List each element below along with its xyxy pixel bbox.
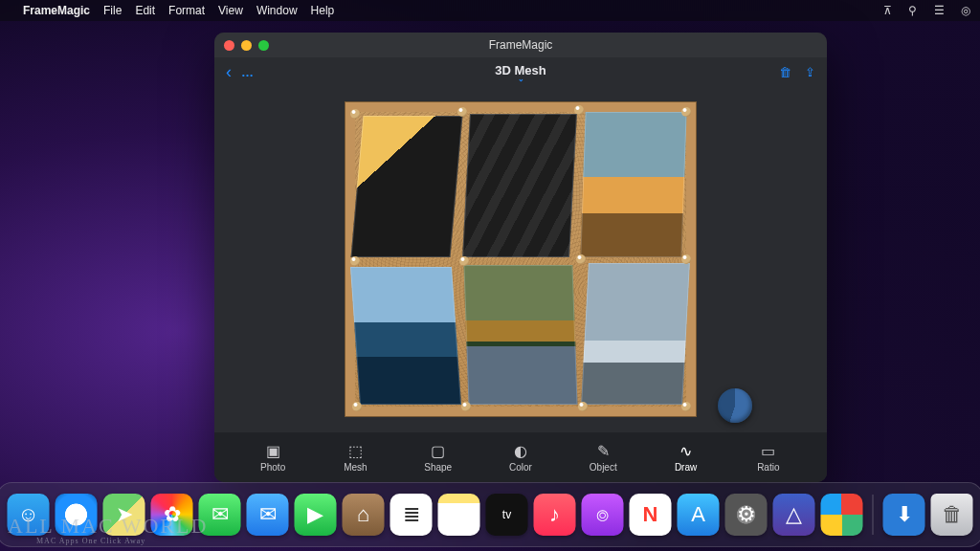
draw-icon: ∿ <box>676 442 697 459</box>
dock: ☺✵➤✿✉✉▶⌂≣✎tv♪⌾NA⚙△⬇🗑 <box>0 482 980 547</box>
menu-view[interactable]: View <box>218 4 243 17</box>
mesh-pin[interactable] <box>578 402 588 411</box>
canvas[interactable] <box>214 86 827 432</box>
traffic-lights <box>224 40 269 51</box>
more-button[interactable]: … <box>241 65 255 79</box>
tool-label: Draw <box>675 462 697 473</box>
back-button[interactable]: ‹ <box>226 62 232 82</box>
window-title: FrameMagic <box>489 38 553 52</box>
titlebar[interactable]: FrameMagic <box>214 33 827 57</box>
dock-news[interactable]: N <box>630 494 672 536</box>
mesh-cell-6[interactable] <box>581 263 690 405</box>
dock-freeform[interactable]: △ <box>773 494 815 536</box>
dock-podcasts[interactable]: ⌾ <box>582 494 624 536</box>
dock-finder[interactable]: ☺ <box>8 494 50 536</box>
close-button[interactable] <box>224 40 234 51</box>
mesh-pin[interactable] <box>574 105 584 115</box>
menu-file[interactable]: File <box>103 4 122 17</box>
tool-label: Ratio <box>757 462 779 473</box>
color-icon: ◐ <box>510 442 531 459</box>
mesh-pin[interactable] <box>350 109 360 119</box>
dock-notes[interactable]: ✎ <box>438 494 480 536</box>
siri-icon[interactable]: ◎ <box>961 4 970 17</box>
app-menu[interactable]: FrameMagic <box>23 4 90 17</box>
mesh-cell-1[interactable] <box>351 116 463 257</box>
bottom-toolbar: ▣Photo ⬚Mesh ▢Shape ◐Color ✎Object ∿Draw… <box>214 432 827 482</box>
tool-color[interactable]: ◐Color <box>495 442 546 473</box>
dock-framemagic[interactable] <box>821 494 863 536</box>
tool-label: Mesh <box>344 462 367 473</box>
dock-mail[interactable]: ✉ <box>247 494 289 536</box>
desktop: FrameMagic File Edit Format View Window … <box>0 0 980 551</box>
dock-reminders[interactable]: ≣ <box>390 494 433 536</box>
menubar: FrameMagic File Edit Format View Window … <box>0 0 980 21</box>
tool-ratio[interactable]: ▭Ratio <box>743 442 794 473</box>
share-button[interactable]: ⇪ <box>805 65 815 79</box>
toolbar: ‹ … 3D Mesh ⌄ 🗑 ⇪ <box>214 57 827 86</box>
dock-music[interactable]: ♪ <box>534 494 576 536</box>
corkboard[interactable] <box>345 101 697 417</box>
tool-photo[interactable]: ▣Photo <box>247 442 299 473</box>
dock-settings[interactable]: ⚙ <box>725 494 768 536</box>
spotlight-icon[interactable]: ⚲ <box>908 4 917 17</box>
mesh-icon: ⬚ <box>345 442 366 459</box>
tool-draw[interactable]: ∿Draw <box>660 442 712 473</box>
ratio-icon: ▭ <box>758 442 779 459</box>
menu-help[interactable]: Help <box>311 4 335 17</box>
delete-button[interactable]: 🗑 <box>779 65 791 79</box>
mesh-cell-3[interactable] <box>580 112 686 257</box>
draw-knob[interactable] <box>718 388 752 423</box>
mesh-pin[interactable] <box>681 402 691 411</box>
tool-object[interactable]: ✎Object <box>577 442 629 473</box>
mesh-pin[interactable] <box>350 256 360 266</box>
menu-edit[interactable]: Edit <box>135 4 155 17</box>
tool-mesh[interactable]: ⬚Mesh <box>329 442 381 473</box>
dock-downloads[interactable]: ⬇ <box>883 494 925 536</box>
zoom-button[interactable] <box>258 40 269 51</box>
mesh-cell-5[interactable] <box>463 265 577 405</box>
tool-label: Shape <box>424 462 452 473</box>
mesh-cell-2[interactable] <box>462 114 577 257</box>
dock-safari[interactable]: ✵ <box>56 494 98 536</box>
object-icon: ✎ <box>592 442 613 459</box>
tool-shape[interactable]: ▢Shape <box>412 442 464 473</box>
app-window: FrameMagic ‹ … 3D Mesh ⌄ 🗑 ⇪ <box>214 33 827 482</box>
menu-window[interactable]: Window <box>256 4 298 17</box>
menubar-status: ⊼ ⚲ ☰ ◎ <box>870 4 970 17</box>
mesh-cell-4[interactable] <box>350 267 461 405</box>
mesh-pin[interactable] <box>352 402 362 411</box>
mode-title: 3D Mesh <box>495 63 546 77</box>
dock-appstore[interactable]: A <box>678 494 720 536</box>
wifi-icon[interactable]: ⊼ <box>883 4 892 17</box>
dock-contacts[interactable]: ⌂ <box>343 494 385 536</box>
tool-label: Color <box>509 462 532 473</box>
dock-messages[interactable]: ✉ <box>199 494 241 536</box>
dock-separator <box>873 495 874 535</box>
tool-label: Object <box>590 462 617 473</box>
menu-format[interactable]: Format <box>168 4 205 17</box>
mesh-pin[interactable] <box>681 254 691 264</box>
mesh-pin[interactable] <box>459 256 469 266</box>
dock-photos[interactable]: ✿ <box>151 494 193 536</box>
photo-icon: ▣ <box>262 442 283 459</box>
dock-facetime[interactable]: ▶ <box>295 494 337 536</box>
mesh-pin[interactable] <box>576 254 586 264</box>
dock-trash[interactable]: 🗑 <box>931 494 973 536</box>
shape-icon: ▢ <box>428 442 449 459</box>
dock-tv[interactable]: tv <box>486 494 528 536</box>
mesh-pin[interactable] <box>461 402 471 411</box>
mesh-pin[interactable] <box>457 107 467 117</box>
mode-indicator-icon: ⌄ <box>214 77 827 80</box>
mesh-pin[interactable] <box>681 107 691 117</box>
tool-label: Photo <box>260 462 285 473</box>
dock-maps[interactable]: ➤ <box>103 494 145 536</box>
minimize-button[interactable] <box>241 40 252 51</box>
control-center-icon[interactable]: ☰ <box>934 4 945 17</box>
